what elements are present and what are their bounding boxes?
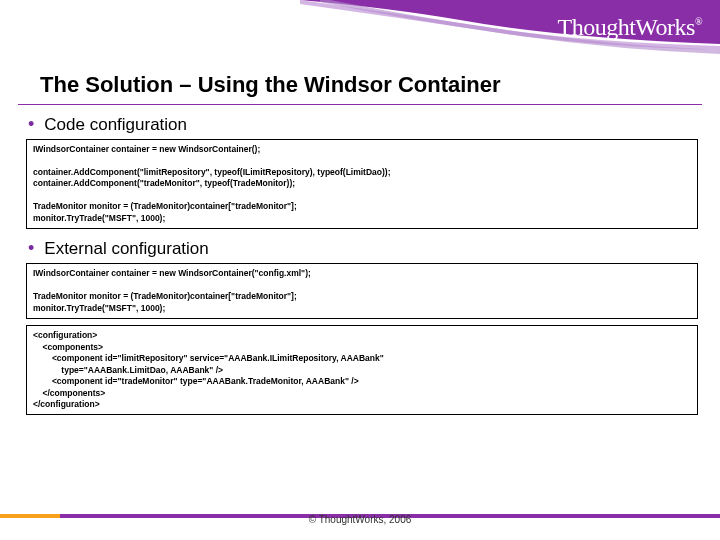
slide-title: The Solution – Using the Windsor Contain… (18, 56, 702, 105)
brand-reg: ® (695, 16, 702, 27)
copyright-text: © ThoughtWorks, 2006 (309, 514, 412, 525)
code-box-2: IWindsorContainer container = new Windso… (26, 263, 698, 319)
brand-part2: Works (635, 14, 695, 40)
brand-logo: ThoughtWorks® (558, 14, 703, 41)
slide-footer: © ThoughtWorks, 2006 (0, 514, 720, 540)
slide-content: • Code configuration IWindsorContainer c… (0, 115, 720, 415)
bullet-code-config: • Code configuration (28, 115, 698, 135)
code-box-3: <configuration> <components> <component … (26, 325, 698, 415)
code-box-1: IWindsorContainer container = new Windso… (26, 139, 698, 229)
bullet-label: Code configuration (44, 115, 187, 135)
bullet-label: External configuration (44, 239, 208, 259)
brand-part1: Thought (558, 14, 636, 40)
bullet-external-config: • External configuration (28, 239, 698, 259)
bullet-icon: • (28, 239, 34, 257)
slide-header: ThoughtWorks® (0, 0, 720, 56)
bullet-icon: • (28, 115, 34, 133)
